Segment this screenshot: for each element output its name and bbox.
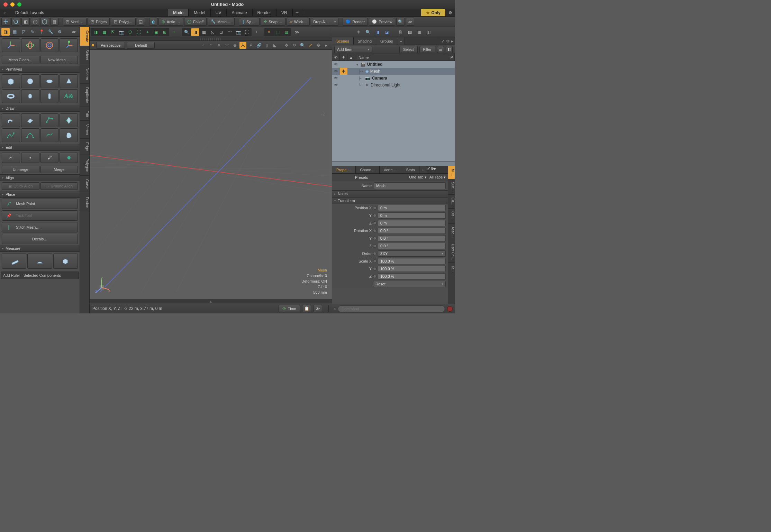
list-mode-icon[interactable]: ☰ (437, 46, 444, 53)
quick-align-button[interactable]: ▣Quick Align (2, 182, 39, 190)
vp-shade-icon[interactable]: ◨ (191, 28, 199, 36)
r-box-icon[interactable]: ◫ (424, 28, 433, 36)
reset-dropdown[interactable]: Reset (373, 281, 446, 287)
search-icon[interactable]: 🔍 (396, 18, 405, 26)
micro-gear-icon[interactable]: ⚙ (55, 28, 64, 36)
viewport-slider-strip[interactable]: | | | | | | | | | | | (90, 37, 332, 41)
r-cube2-icon[interactable]: ◪ (382, 28, 391, 36)
vtab-edit[interactable]: Edit (80, 107, 89, 121)
r-search-icon[interactable]: 🔍 (364, 28, 372, 36)
decals-button[interactable]: Decals… (2, 234, 78, 244)
r-atoms-icon[interactable]: ⚛ (354, 28, 363, 36)
vp-full-icon[interactable]: ⛶ (243, 28, 251, 36)
channel-dot-icon[interactable] (373, 206, 377, 210)
gizmo-transform-icon[interactable] (60, 38, 78, 52)
prim-capsule-icon[interactable] (40, 89, 59, 103)
rotation-y-input[interactable]: 0.0 ° (378, 235, 446, 241)
tree-col-name[interactable]: Name (355, 54, 449, 61)
pvtab-asse[interactable]: Asse… (448, 224, 455, 241)
draw-sweep-icon[interactable] (2, 113, 20, 127)
merge-button[interactable]: Merge (40, 166, 78, 173)
tool-move-icon[interactable] (1, 18, 10, 26)
layout-tab-uv[interactable]: UV (210, 9, 227, 16)
channel-dot-icon[interactable] (373, 275, 377, 278)
vtab-edge[interactable]: Edge (80, 139, 89, 155)
preview-button[interactable]: ⚪Preview (369, 18, 395, 26)
section-draw[interactable]: Draw (0, 105, 80, 112)
viewport-view-dropdown[interactable]: Perspective (96, 42, 125, 49)
vp-list-icon[interactable]: ≡ (265, 28, 273, 36)
gizmo-move-icon[interactable] (2, 38, 20, 52)
gizmo-rotate-icon[interactable] (21, 38, 39, 52)
vp-grid-icon[interactable]: ⊞ (161, 28, 169, 36)
presets-label[interactable]: Presets (355, 175, 368, 180)
visibility-toggle-icon[interactable]: 👁 (332, 68, 340, 75)
channel-dot-icon[interactable] (373, 259, 377, 263)
prim-sphere-icon[interactable] (21, 74, 39, 88)
vp-uv-icon[interactable]: ⊡ (217, 28, 225, 36)
prim-cone-icon[interactable] (60, 74, 78, 88)
vtab-select[interactable]: Select (80, 46, 89, 64)
r-copy-icon[interactable]: ⎘ (396, 28, 405, 36)
pvtab-cu[interactable]: Cu… (448, 195, 455, 209)
time-button[interactable]: ◷Time (279, 305, 300, 312)
vp-frame-icon[interactable]: ⛶ (135, 28, 143, 36)
tab-groups[interactable]: Groups (376, 37, 397, 45)
vtab-vertex[interactable]: Vertex (80, 121, 89, 139)
ground-align-button[interactable]: ▭Ground Align (40, 182, 78, 190)
status-more-icon[interactable]: ≫ (313, 305, 322, 312)
vp-opt-2-icon[interactable]: ⁙ (208, 42, 215, 49)
draw-polyline-icon[interactable] (40, 113, 59, 127)
vp-graph-icon[interactable]: 〰 (226, 28, 234, 36)
order-dropdown[interactable]: ZXY (378, 250, 446, 257)
pvtab-ta[interactable]: Ta… (448, 263, 455, 276)
layout-tab-model[interactable]: Model (189, 9, 210, 16)
micro-grid-icon[interactable]: ▦ (10, 28, 19, 36)
record-icon[interactable] (447, 306, 453, 312)
section-measure[interactable]: Measure (0, 245, 80, 252)
clipboard-icon[interactable]: 📋 (302, 305, 311, 312)
vp-opt-6-icon[interactable]: 人 (239, 42, 246, 49)
tree-col-add-icon[interactable]: ✚ (340, 54, 347, 61)
tree-row-light[interactable]: 👁 └╴ ☀Directional Light (332, 82, 455, 89)
one-tab-dropdown[interactable]: One Tab ▾ (409, 175, 426, 180)
vp-opt-10-icon[interactable]: ◣ (271, 42, 278, 49)
ptab-add[interactable]: + (419, 166, 427, 173)
r-layers-icon[interactable]: ▤ (406, 28, 414, 36)
tree-row-camera[interactable]: 👁 ├╴ 📷Camera (332, 75, 455, 82)
ptab-properties[interactable]: Prope … (332, 166, 356, 173)
vp-opt-3-icon[interactable]: ✕ (216, 42, 223, 49)
prim-cube-icon[interactable] (2, 74, 20, 88)
command-input[interactable] (338, 305, 445, 312)
prim-text-icon[interactable]: A& (60, 89, 78, 103)
vp-zoom-icon[interactable]: 🔍 (182, 28, 191, 36)
edit-mesh-icon[interactable]: ⬣ (60, 153, 78, 163)
tree-row-untitled[interactable]: 👁 ▾ 🎬Untitled (332, 61, 455, 68)
section-align[interactable]: Align (0, 174, 80, 181)
section-notes[interactable]: Notes (332, 190, 448, 197)
position-y-input[interactable]: 0 m (378, 212, 446, 219)
vtab-fusion[interactable]: Fusion (80, 193, 89, 212)
micro-pin-icon[interactable]: 📍 (37, 28, 46, 36)
rotation-z-input[interactable]: 0.0 ° (378, 243, 446, 249)
vtab-polygon[interactable]: Polygon (80, 155, 89, 176)
layout-tab-animate[interactable]: Animate (227, 9, 252, 16)
mesh-constraint-button[interactable]: 🔧Mesh … (208, 18, 235, 26)
tree-row-mesh[interactable]: 👁 ✚ ├╴• ◆Mesh (332, 68, 455, 75)
vp-cube-icon[interactable]: ◨ (91, 28, 100, 36)
tree-col-type-icon[interactable]: ▲ (347, 54, 355, 61)
scale-x-input[interactable]: 100.0 % (378, 258, 446, 264)
snap-button[interactable]: ✛Snap … (261, 18, 285, 26)
tool-rotate-icon[interactable] (11, 18, 20, 26)
vp-gear-icon[interactable]: ⚙ (315, 42, 322, 49)
vp-layers-icon[interactable]: ⬚ (273, 28, 282, 36)
expand-icon[interactable]: ⤢ (441, 39, 445, 44)
tree-scroll-hint[interactable] (332, 161, 455, 166)
vtab-create[interactable]: Create (80, 27, 89, 46)
select-button[interactable]: Select (399, 46, 418, 53)
pvtab-userch[interactable]: User Ch… (448, 241, 455, 263)
center-resize-handle[interactable]: ▴ (90, 299, 332, 303)
sel-edges-button[interactable]: ◳Edges (88, 18, 110, 26)
vp-max-icon[interactable]: ⤢ (307, 42, 314, 49)
micro-angle-icon[interactable]: ◸ (19, 28, 28, 36)
